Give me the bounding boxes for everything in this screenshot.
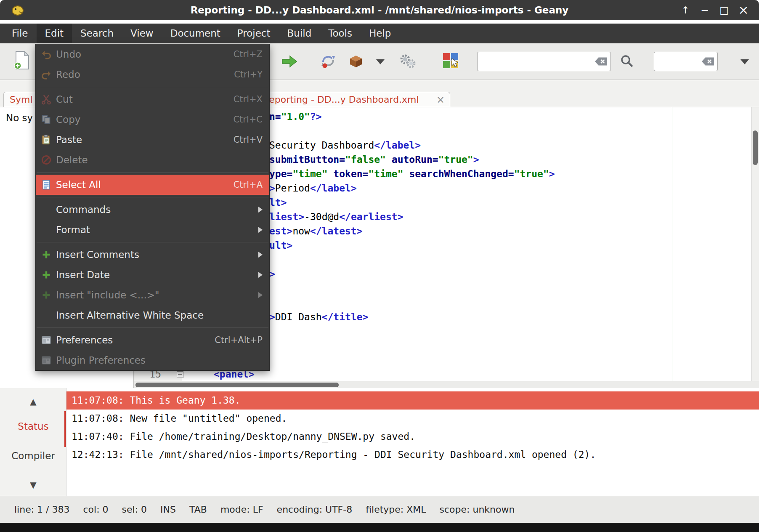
menu-item-format[interactable]: Format	[36, 220, 269, 240]
menu-item-label: Cut	[56, 94, 73, 105]
document-tab[interactable]: Reporting - DD...y Dashboard.xml ×	[257, 92, 450, 107]
menu-item-preferences[interactable]: PreferencesCtrl+Alt+P	[36, 330, 269, 350]
menu-item-commands[interactable]: Commands	[36, 200, 269, 220]
goto-chevron-icon[interactable]	[740, 59, 749, 64]
message-row[interactable]: 11:07:08: New file "untitled" opened.	[66, 410, 759, 428]
message-row[interactable]: 11:07:40: File /home/training/Desktop/na…	[66, 428, 759, 446]
tab-close-icon[interactable]: ×	[436, 94, 450, 106]
code-text: lt>	[269, 196, 287, 210]
preferences-icon	[40, 335, 53, 346]
code-text: >Period</label>	[269, 182, 357, 196]
titlebar: Reporting - DD...y Dashboard.xml - /mnt/…	[0, 0, 759, 20]
code-token: DDI Dash	[275, 311, 322, 322]
menu-separator	[37, 327, 268, 328]
geany-window: Reporting - DD...y Dashboard.xml - /mnt/…	[0, 0, 759, 532]
scroll-down-icon[interactable]: ▼	[0, 480, 66, 490]
code-text: est>now</latest>	[269, 225, 363, 239]
menu-item-delete[interactable]: Delete	[36, 150, 269, 170]
new-file-icon[interactable]	[13, 50, 31, 70]
compile-icon[interactable]	[320, 53, 337, 71]
sidebar-empty-text: No sy	[6, 112, 33, 123]
message-tab-column: ▲ Status Compiler ▼	[0, 388, 66, 496]
close-button[interactable]: ×	[734, 0, 753, 20]
no-icon	[40, 224, 53, 235]
maximize-button[interactable]: □	[714, 0, 734, 20]
menubar-item-document[interactable]: Document	[162, 24, 229, 43]
code-line: liest>-30d@d</earliest>	[269, 210, 403, 225]
message-row[interactable]: 11:07:08: This is Geany 1.38.	[66, 391, 759, 410]
fold-marker-icon[interactable]	[177, 371, 183, 378]
code-token: >	[473, 154, 479, 165]
horizontal-scrollbar-thumb[interactable]	[135, 383, 339, 387]
code-token: submitButton=	[269, 154, 345, 165]
status-item: TAB	[189, 504, 207, 515]
menubar-item-search[interactable]: Search	[72, 24, 122, 43]
menubar-item-file[interactable]: File	[3, 24, 37, 43]
code-token: Period	[275, 183, 310, 194]
menu-separator	[37, 87, 268, 87]
submenu-arrow-icon	[258, 272, 263, 278]
sidebar-tab-label: Syml	[4, 94, 39, 105]
code-line: submitButton="false" autoRun="true">	[269, 153, 479, 168]
minimize-button[interactable]: −	[695, 0, 714, 20]
run-configuration-icon[interactable]	[398, 53, 417, 71]
menu-separator	[37, 197, 268, 197]
menu-item-undo[interactable]: UndoCtrl+Z	[36, 44, 269, 64]
menu-item-shortcut: Ctrl+Y	[226, 69, 263, 80]
vertical-scrollbar-thumb[interactable]	[753, 130, 758, 165]
message-row[interactable]: 12:42:13: File /mnt/shared/nios-imports/…	[66, 446, 759, 464]
build-icon[interactable]	[348, 53, 364, 71]
code-line: ult>	[269, 239, 292, 253]
code-line: Security Dashboard</label>	[269, 139, 421, 153]
menu-item-cut[interactable]: CutCtrl+X	[36, 89, 269, 109]
tab-compiler[interactable]: Compiler	[0, 450, 66, 461]
goto-clear-icon[interactable]	[701, 56, 715, 66]
menu-item-shortcut: Ctrl+V	[225, 135, 263, 145]
sidebar-tab-symbols[interactable]: Syml	[3, 92, 40, 107]
menu-item-shortcut: Ctrl+A	[225, 180, 263, 190]
menubar-item-build[interactable]: Build	[279, 24, 320, 43]
menu-item-select-all[interactable]: Select AllCtrl+A	[36, 175, 269, 195]
rollup-button[interactable]: ↑	[676, 0, 695, 20]
code-token: "true"	[514, 168, 549, 179]
menu-item-copy[interactable]: CopyCtrl+C	[36, 109, 269, 130]
menu-item-insert-alternative-white-space[interactable]: Insert Alternative White Space	[36, 305, 269, 325]
menu-item-insert-comments[interactable]: Insert Comments	[36, 245, 269, 265]
color-chooser-icon[interactable]	[442, 52, 459, 71]
no-icon	[40, 204, 53, 215]
horizontal-scrollbar[interactable]	[134, 381, 759, 388]
code-token: liest>	[269, 211, 304, 222]
menubar-item-edit[interactable]: Edit	[37, 24, 72, 43]
menu-item-label: Delete	[56, 154, 88, 165]
vertical-scrollbar[interactable]	[751, 107, 759, 381]
menu-item-label: Plugin Preferences	[56, 355, 146, 366]
tab-status[interactable]: Status	[0, 421, 66, 432]
code-text: ult>	[269, 239, 292, 253]
code-token: </label>	[310, 183, 357, 194]
scroll-up-icon[interactable]: ▲	[0, 396, 66, 407]
search-input[interactable]	[478, 53, 594, 70]
menu-item-paste[interactable]: PasteCtrl+V	[36, 130, 269, 150]
menu-item-plugin-preferences[interactable]: Plugin Preferences	[36, 350, 269, 370]
menu-item-label: Select All	[56, 179, 101, 190]
menu-item-insert-include[interactable]: Insert "include <...>"	[36, 285, 269, 305]
navigate-forward-icon[interactable]	[281, 54, 298, 70]
menubar-item-help[interactable]: Help	[361, 24, 399, 43]
menu-item-insert-date[interactable]: Insert Date	[36, 265, 269, 285]
status-item: INS	[160, 504, 176, 515]
menubar-item-project[interactable]: Project	[229, 24, 279, 43]
code-token	[327, 168, 333, 179]
goto-line-input[interactable]	[654, 53, 701, 70]
window-controls: ↑ − □ ×	[676, 0, 753, 20]
find-icon[interactable]	[619, 53, 634, 70]
menubar-item-tools[interactable]: Tools	[320, 24, 361, 43]
search-clear-icon[interactable]	[594, 56, 608, 66]
code-token	[403, 168, 409, 179]
code-text: >	[269, 268, 275, 282]
menubar-item-view[interactable]: View	[122, 24, 162, 43]
build-options-chevron-icon[interactable]	[376, 59, 385, 64]
code-line: >Period</label>	[269, 182, 357, 196]
menu-separator	[37, 242, 268, 242]
menu-item-redo[interactable]: RedoCtrl+Y	[36, 64, 269, 85]
code-text: >DDI Dash</title>	[269, 311, 368, 325]
